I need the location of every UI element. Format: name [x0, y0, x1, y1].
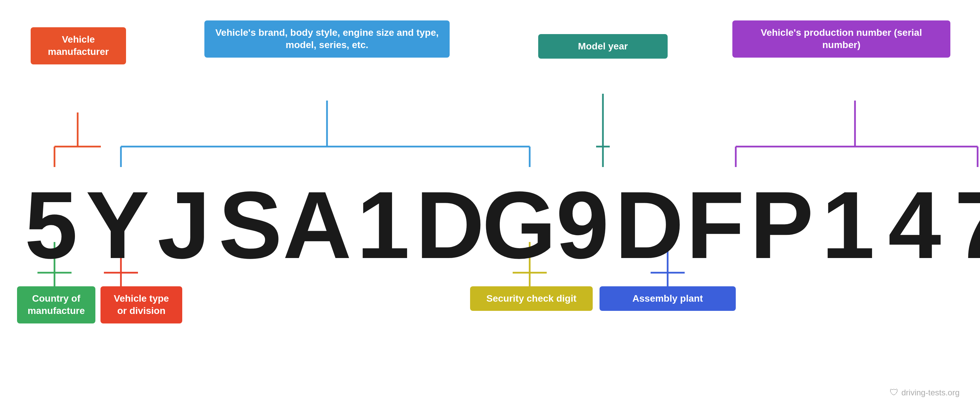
vin-char-3: S — [216, 177, 283, 273]
vin-char-7: G — [482, 177, 549, 273]
diagram-container: Vehicle manufacturer Vehicle's brand, bo… — [0, 0, 980, 408]
vin-char-4: A — [283, 177, 349, 273]
vin-char-10: F — [681, 177, 748, 273]
production-number-label: Vehicle's production number (serial numb… — [732, 21, 950, 57]
security-check-digit-label: Security check digit — [470, 286, 593, 311]
vin-char-0: 5 — [17, 177, 83, 273]
vehicle-manufacturer-label: Vehicle manufacturer — [31, 27, 126, 64]
vin-char-5: 1 — [349, 177, 415, 273]
vehicle-brand-label: Vehicle's brand, body style, engine size… — [204, 21, 450, 57]
watermark: 🛡 driving-tests.org — [890, 387, 959, 398]
vin-char-13: 4 — [881, 177, 947, 273]
vin-char-9: D — [615, 177, 681, 273]
vin-char-8: 9 — [549, 177, 615, 273]
model-year-label: Model year — [538, 34, 668, 59]
vin-char-2: J — [150, 177, 216, 273]
vin-char-1: Y — [83, 177, 150, 273]
vin-char-14: 7 — [947, 177, 980, 273]
country-of-manufacture-label: Country of manufacture — [17, 286, 95, 324]
vehicle-type-division-label: Vehicle type or division — [100, 286, 182, 324]
vin-number: 5 Y J S A 1 D G 9 D F P 1 4 7 0 5 — [17, 177, 980, 273]
vin-char-11: P — [748, 177, 814, 273]
watermark-icon: 🛡 — [890, 387, 899, 398]
watermark-text: driving-tests.org — [901, 388, 959, 397]
assembly-plant-label: Assembly plant — [600, 286, 736, 311]
vin-char-12: 1 — [814, 177, 881, 273]
vin-char-6: D — [415, 177, 482, 273]
